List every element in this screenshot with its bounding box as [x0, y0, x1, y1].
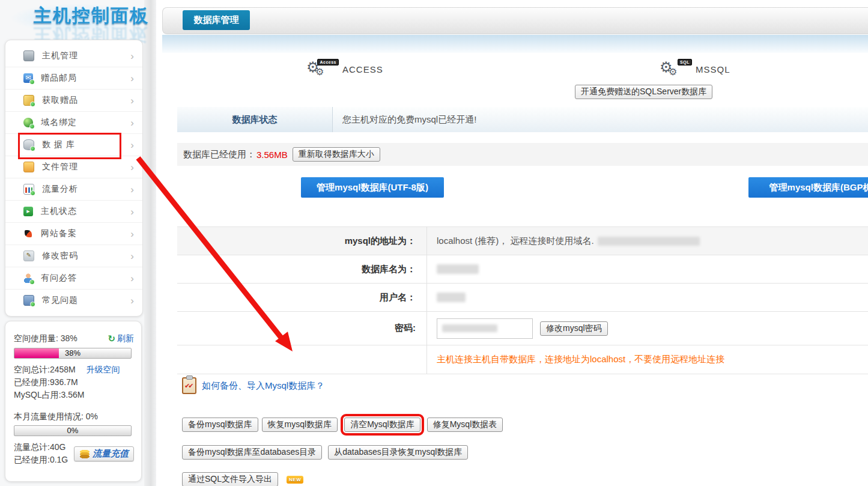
host-control-panel-page: 主机控制面板 主机控制面板 主机管理 赠品邮局 获取赠品 域名绑定 数 据 库	[0, 0, 868, 486]
sidebar-item-label: 数 据 库	[42, 139, 130, 150]
db-status-row: 数据库状态 您主机对应的免费mysql已经开通!	[177, 107, 868, 132]
manage-mysql-utf8-button[interactable]: 管理mysql数据库(UTF-8版)	[301, 177, 444, 198]
mysql-actions-row-1: 备份mysql数据库 恢复mysql数据库 清空Mysql数据库 修复Mysql…	[182, 418, 503, 432]
backup-help-link[interactable]: 如何备份、导入Mysql数据库？	[202, 380, 324, 392]
sidebar-item-qa[interactable]: 有问必答	[5, 267, 142, 289]
chevron-right-icon	[130, 251, 134, 261]
censored-username	[437, 293, 466, 302]
backup-mysql-button[interactable]: 备份mysql数据库	[182, 418, 258, 432]
server-icon	[23, 50, 34, 61]
mysql-password-input[interactable]	[437, 318, 533, 339]
sidebar-item-label: 主机管理	[42, 50, 130, 61]
chevron-right-icon	[130, 184, 134, 195]
censored-password	[442, 324, 497, 332]
open-sqlserver-button[interactable]: 开通免费赠送的SQLServer数据库	[575, 85, 712, 99]
mysql-actions-row-2: 备份mysql数据库至databases目录 从databases目录恢复mys…	[182, 445, 468, 460]
username-label: 用户名：	[177, 284, 426, 311]
backup-to-databases-dir-button[interactable]: 备份mysql数据库至databases目录	[182, 445, 322, 460]
gift-icon	[23, 95, 34, 106]
sidebar-item-label: 域名绑定	[41, 117, 130, 128]
chevron-right-icon	[130, 162, 134, 172]
tab-database-management[interactable]: 数据库管理	[183, 10, 250, 30]
table-row: 用户名：	[177, 284, 868, 312]
space-total-label: 空间总计:2458M	[14, 365, 76, 374]
database-icon	[23, 139, 34, 150]
table-row: 密码: 修改mysql密码	[177, 312, 868, 345]
mysql-used-label: MySQL占用:3.56M	[14, 389, 134, 401]
mssql-label: MSSQL	[696, 64, 730, 74]
mail-icon	[23, 73, 33, 83]
space-progress-label: 38%	[14, 348, 131, 358]
traffic-recharge-label: 流量充值	[93, 448, 129, 460]
censored-db-name	[437, 264, 479, 274]
square-icon	[23, 295, 34, 306]
sidebar-item-label: 主机状态	[41, 206, 130, 217]
column-divider	[144, 0, 156, 486]
chevron-right-icon	[130, 140, 134, 150]
sidebar-item-label: 有问必答	[41, 273, 130, 284]
empty-mysql-button[interactable]: 清空Mysql数据库	[344, 418, 420, 432]
sidebar-item-traffic-analysis[interactable]: 流量分析	[5, 178, 142, 200]
chevron-right-icon	[130, 229, 134, 239]
db-name-label: 数据库名为：	[177, 255, 426, 283]
db-usage-value: 3.56MB	[256, 150, 288, 160]
db-usage-row: 数据库已经使用： 3.56MB 重新取得数据库大小	[177, 143, 868, 166]
coins-icon	[79, 449, 90, 458]
sidebar-item-gift[interactable]: 获取赠品	[5, 89, 142, 111]
mssql-db-group: ⚙⚙ SQL MSSQL	[660, 59, 730, 79]
sidebar-item-label: 获取赠品	[42, 95, 130, 106]
sidebar-item-host-manage[interactable]: 主机管理	[5, 45, 142, 67]
sidebar-item-database[interactable]: 数 据 库	[5, 133, 142, 156]
restore-from-databases-dir-button[interactable]: 从databases目录恢复mysql数据库	[328, 445, 468, 460]
mysql-address-label: mysql的地址为：	[177, 227, 426, 255]
access-label: ACCESS	[342, 64, 383, 74]
space-progress-bar: 38%	[14, 348, 132, 359]
censored-domain	[598, 237, 700, 246]
sidebar-item-label: 流量分析	[42, 184, 130, 195]
access-gears-icon: ⚙⚙ Access	[306, 59, 335, 79]
mysql-info-table: mysql的地址为： localhost (推荐)， 远程连接时使用域名. 数据…	[177, 226, 868, 374]
access-badge: Access	[317, 59, 339, 65]
chart-icon	[23, 184, 34, 195]
sidebar-menu: 主机管理 赠品邮局 获取赠品 域名绑定 数 据 库 文件管理	[5, 40, 143, 317]
play-icon	[23, 207, 33, 216]
tab-bar-shadow	[162, 35, 868, 53]
repair-mysql-tables-button[interactable]: 修复Mysql数据表	[427, 418, 503, 432]
traffic-used-label: 已经使用:0.1G	[14, 454, 68, 466]
refresh-db-size-button[interactable]: 重新取得数据库大小	[293, 147, 380, 162]
sidebar-item-website-record[interactable]: 网站备案	[5, 222, 142, 245]
backup-help-row: 如何备份、导入Mysql数据库？	[182, 377, 324, 394]
sidebar-item-change-password[interactable]: 修改密码	[5, 245, 142, 267]
sidebar-item-file-manage[interactable]: 文件管理	[5, 156, 142, 178]
app-logo: 主机控制面板	[34, 4, 149, 28]
traffic-recharge-button[interactable]: 流量充值	[74, 446, 134, 461]
chevron-right-icon	[130, 51, 134, 61]
folder-icon	[23, 162, 34, 172]
traffic-usage-label: 本月流量使用情况: 0%	[14, 410, 134, 423]
traffic-progress-bar: 0%	[14, 425, 132, 436]
sidebar-item-mail[interactable]: 赠品邮局	[5, 67, 142, 89]
sidebar-item-domain-bind[interactable]: 域名绑定	[5, 111, 142, 133]
restore-mysql-button[interactable]: 恢复mysql数据库	[262, 418, 338, 432]
chevron-right-icon	[130, 296, 134, 306]
password-label: 密码:	[177, 312, 426, 345]
clipboard-icon	[182, 377, 196, 394]
mysql-actions-row-3: 通过SQL文件导入导出 NEW	[182, 472, 303, 486]
upgrade-space-link[interactable]: 升级空间	[86, 365, 120, 374]
refresh-link[interactable]: 刷新	[117, 333, 134, 344]
sql-file-import-export-button[interactable]: 通过SQL文件导入导出	[182, 472, 278, 486]
table-row: 数据库名为：	[177, 255, 868, 284]
mssql-gears-icon: ⚙⚙ SQL	[660, 59, 688, 79]
sidebar-item-host-status[interactable]: 主机状态	[5, 200, 142, 222]
sql-badge: SQL	[678, 59, 692, 65]
change-mysql-password-button[interactable]: 修改mysql密码	[540, 321, 608, 336]
sidebar-item-label: 常见问题	[42, 295, 130, 306]
chevron-right-icon	[130, 273, 134, 284]
manage-mysql-bgp-button[interactable]: 管理mysql数据库(BGP机	[748, 177, 868, 198]
sidebar-item-label: 网站备案	[41, 228, 130, 239]
sidebar-item-label: 赠品邮局	[41, 73, 130, 84]
sidebar-item-faq[interactable]: 常见问题	[5, 289, 142, 311]
chevron-right-icon	[130, 118, 134, 128]
pencil-icon	[23, 251, 34, 261]
main-content: 数据库管理 ⚙⚙ Access ACCESS ⚙⚙ SQL MSSQL 开通免费…	[156, 0, 868, 486]
